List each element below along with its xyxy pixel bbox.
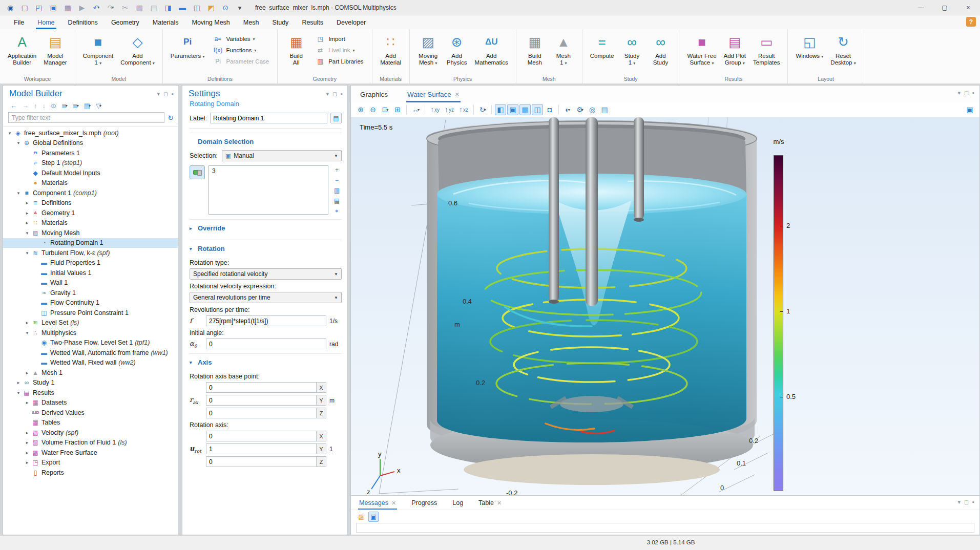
application-builder-button[interactable]: AApplication Builder [5, 32, 39, 73]
tree-item-water-free-surface[interactable]: ▸▩Water Free Surface [3, 448, 178, 458]
table-settings-button[interactable]: ▣ [368, 512, 379, 522]
close-icon[interactable]: ✕ [497, 500, 502, 506]
tree-item-wall-1[interactable]: ▬Wall 1 [3, 278, 178, 288]
tree-item-materials[interactable]: ●Materials [3, 178, 178, 188]
maximize-button[interactable]: ▢ [933, 0, 956, 15]
add-component-button[interactable]: ◇Add Component ▾ [118, 32, 157, 73]
add-material-button[interactable]: ∷Add Material [378, 32, 404, 73]
base-point-x-input[interactable] [206, 383, 316, 392]
forward-button[interactable]: → [20, 101, 31, 110]
base-point-y-input[interactable] [206, 395, 316, 405]
rotation-type-dropdown[interactable]: Specified rotational velocity ▼ [190, 268, 342, 280]
variables-button[interactable]: a=Variables▾ [209, 34, 272, 44]
tree-item-global-definitions[interactable]: ▾⊕Global Definitions [3, 138, 178, 149]
move-down-button[interactable]: ↓ [40, 101, 48, 110]
add-plot-group-button[interactable]: ▤Add Plot Group ▾ [721, 32, 748, 73]
rotational-velocity-expression-dropdown[interactable]: General revolutions per time ▼ [190, 292, 342, 303]
menu-tab-developer[interactable]: Developer [330, 15, 372, 29]
expander-icon[interactable]: ▸ [24, 220, 31, 225]
expander-icon[interactable]: ▸ [24, 440, 31, 445]
tree-item-pressure-point-constraint-1[interactable]: ◫Pressure Point Constraint 1 [3, 308, 178, 318]
functions-button[interactable]: f(x)Functions▾ [209, 46, 272, 55]
select-box-button[interactable]: ◫ [191, 2, 203, 13]
axis-section-heading[interactable]: ▾ Axis [190, 353, 342, 370]
float-panel-icon[interactable]: ◻ [964, 90, 969, 96]
tree-item-flow-continuity-1[interactable]: ▬Flow Continuity 1 [3, 298, 178, 308]
lock-view-button[interactable]: ◘ [544, 104, 555, 115]
paste-button[interactable]: ▤ [148, 2, 160, 13]
selection-list[interactable]: 3 [208, 165, 328, 215]
float-panel-icon[interactable]: ◻ [332, 91, 337, 97]
menu-tab-mesh[interactable]: Mesh [237, 15, 266, 29]
expander-icon[interactable]: ▸ [24, 320, 31, 325]
rename-button[interactable]: ▤ [330, 113, 342, 123]
tree-item-reports[interactable]: ▯Reports [3, 468, 178, 478]
tree-item-definitions[interactable]: ▸≡Definitions [3, 198, 178, 208]
show-selection-colors-toggle[interactable]: ◫ [532, 104, 543, 115]
menu-tab-file[interactable]: File [7, 15, 31, 29]
expander-icon[interactable]: ▾ [24, 250, 31, 256]
help-button[interactable]: ? [966, 17, 976, 27]
copy-button[interactable]: ▥ [133, 2, 145, 13]
collapse-all-button[interactable]: ≣▾ [71, 101, 81, 110]
image-snapshot-button[interactable]: ◎ [587, 104, 598, 115]
override-section-heading[interactable]: ▸ Override [190, 219, 342, 236]
tree-item-rotating-domain-1[interactable]: ◔Rotating Domain 1 [3, 238, 178, 248]
tree-item-wetted-wall-automatic-from-frame[interactable]: ▬Wetted Wall, Automatic from frame(ww1) [3, 348, 178, 358]
minimize-button[interactable]: — [909, 0, 933, 15]
tree-item-fluid-properties-1[interactable]: ▬Fluid Properties 1 [3, 258, 178, 268]
windows-button[interactable]: ◱Windows ▾ [793, 32, 826, 73]
tree-item-velocity[interactable]: ▸▧Velocity(spf) [3, 428, 178, 438]
compute-button[interactable]: =Compute [588, 32, 617, 73]
expander-icon[interactable]: ▾ [15, 390, 22, 395]
menu-tab-materials[interactable]: Materials [146, 15, 185, 29]
duplicate-button[interactable]: ◨ [162, 2, 174, 13]
tree-item-step-1[interactable]: ⌐Step 1(step1) [3, 158, 178, 168]
expander-icon[interactable]: ▾ [24, 230, 31, 236]
add-study-button[interactable]: ∞Add Study [647, 32, 674, 73]
initial-angle-input[interactable] [206, 339, 326, 349]
reset-desktop-button[interactable]: ↻Reset Desktop ▾ [828, 32, 858, 73]
zoom-out-button[interactable]: ⊖ [367, 104, 379, 115]
close-icon[interactable]: ✕ [455, 91, 460, 98]
tree-item-gravity-1[interactable]: ≈Gravity 1 [3, 288, 178, 298]
label-input[interactable] [210, 113, 327, 123]
pin-panel-icon[interactable]: ▪ [972, 499, 974, 505]
open-button[interactable]: ◰ [33, 2, 45, 13]
tree-item-initial-values-1[interactable]: ▬Initial Values 1 [3, 268, 178, 278]
pin-panel-icon[interactable]: ▪ [972, 90, 974, 96]
tree-item-tables[interactable]: ▦Tables [3, 418, 178, 428]
menu-tab-moving-mesh[interactable]: Moving Mesh [185, 15, 236, 29]
copy-selection-button[interactable]: ▥ [332, 186, 342, 195]
tree-item-turbulent-flow-k[interactable]: ▾≋Turbulent Flow, k-ε(spf) [3, 248, 178, 258]
expander-icon[interactable]: ▸ [24, 200, 31, 205]
view-xz-button[interactable]: ↑xz [457, 104, 470, 115]
tree-item-multiphysics[interactable]: ▾∴Multiphysics [3, 328, 178, 338]
show-button[interactable]: ⊙ [49, 101, 58, 110]
filter-button[interactable]: ▽▾ [94, 101, 103, 110]
tree-item-results[interactable]: ▾▤Results [3, 388, 178, 398]
base-point-z-input[interactable] [206, 408, 316, 418]
selection-dropdown[interactable]: ▣ Manual ▼ [222, 150, 342, 161]
tree-item-component-1[interactable]: ▾■Component 1(comp1) [3, 188, 178, 198]
clear-selection-button[interactable]: ◩ [205, 2, 217, 13]
run-button[interactable]: ▶ [76, 2, 88, 13]
water-free-surface-button[interactable]: ■Water Free Surface ▾ [684, 32, 719, 73]
tree-item-materials[interactable]: ▸∷Materials [3, 218, 178, 228]
close-icon[interactable]: ✕ [391, 500, 396, 506]
tree-item-moving-mesh[interactable]: ▾▨Moving Mesh [3, 228, 178, 238]
tree-item-datasets[interactable]: ▸▦Datasets [3, 398, 178, 408]
panel-menu-icon[interactable]: ▾ [957, 499, 961, 505]
tree-item-volume-fraction-of-fluid-1[interactable]: ▸▨Volume Fraction of Fluid 1(ls) [3, 438, 178, 448]
expander-icon[interactable]: ▸ [24, 450, 31, 455]
model-tree-node-text-button[interactable]: ▤▾ [82, 101, 93, 110]
scene-light-button[interactable]: ◐▾ [562, 104, 573, 115]
messages-tab-log[interactable]: Log [451, 497, 464, 510]
refresh-icon[interactable]: ↻ [168, 114, 174, 122]
tree-item-two-phase-flow-level-set-1[interactable]: ◉Two-Phase Flow, Level Set 1(tpf1) [3, 338, 178, 348]
expander-icon[interactable]: ▸ [24, 400, 31, 405]
panel-menu-icon[interactable]: ▾ [326, 91, 329, 97]
expander-icon[interactable]: ▾ [15, 191, 22, 196]
revolutions-per-time-input[interactable] [206, 316, 326, 326]
zoom-extents-button[interactable]: ⊞ [392, 104, 403, 115]
